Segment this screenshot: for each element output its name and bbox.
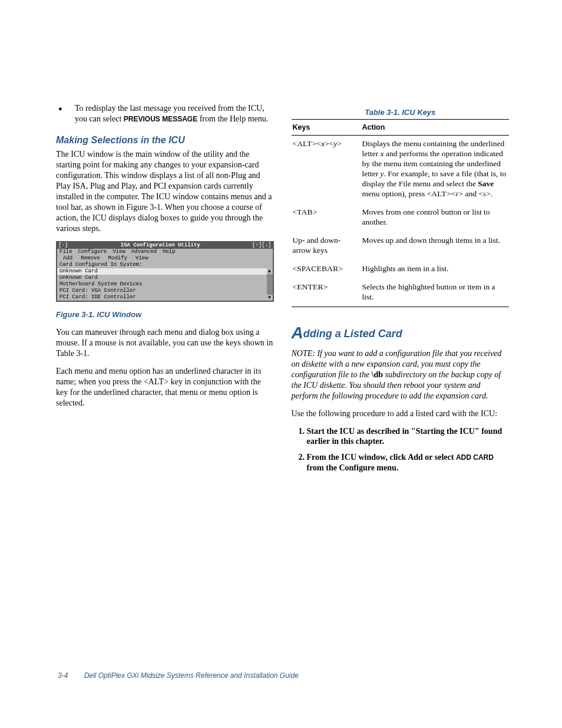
icu-menubar: FileConfigureViewAdvancedHelp <box>57 249 273 255</box>
icu-window-mock: [-] ISA Configuration Utility [↑][↓] Fil… <box>56 241 274 302</box>
cell-action: Displays the menu containing the underli… <box>361 136 510 205</box>
step2-bold: ADD CARD <box>456 453 494 462</box>
icu-list-label: Card Configured In System: <box>57 262 273 268</box>
table-row: <TAB>Moves from one control button or li… <box>292 204 510 232</box>
table-row: <ENTER>Selects the highlighted button or… <box>292 279 510 307</box>
note-bold: \db <box>372 370 383 379</box>
right-column: Table 3-1. ICU Keys Keys Action <ALT><x>… <box>292 103 510 479</box>
scroll-down-icon: ▼ <box>267 295 273 301</box>
cell-keys: <ALT><x><y> <box>292 136 361 205</box>
bullet-text: To redisplay the last message you receiv… <box>75 103 274 124</box>
icu-title-center: ISA Configuration Utility <box>73 242 248 249</box>
icu-list-row: Unknown Card <box>57 268 267 275</box>
footer-title: Dell OptiPlex GXi Midsize Systems Refere… <box>84 671 299 680</box>
bullet-post: from the Help menu. <box>197 114 268 123</box>
section-adding-listed-card: Adding a Listed Card <box>292 324 510 342</box>
bullet-bold: PREVIOUS MESSAGE <box>124 115 197 123</box>
table-row: <ALT><x><y>Displays the menu containing … <box>292 136 510 205</box>
table-row: <SPACEBAR>Highlights an item in a list. <box>292 261 510 279</box>
icu-tool-item: Modify <box>108 255 127 261</box>
figure-icu-window: [-] ISA Configuration Utility [↑][↓] Fil… <box>56 241 274 302</box>
cell-keys: <ENTER> <box>292 279 361 307</box>
figure-caption: Figure 3-1. ICU Window <box>56 310 274 319</box>
th-keys: Keys <box>292 120 361 136</box>
icu-menu-item: View <box>113 249 125 255</box>
icu-list-row: Motherboard System Devices <box>57 281 267 288</box>
th-action: Action <box>361 120 510 136</box>
icu-tool-item: Add <box>63 255 72 261</box>
left-column: ● To redisplay the last message you rece… <box>56 103 274 479</box>
step2-pre: From the ICU window, click Add or select <box>307 453 456 462</box>
cell-keys: <TAB> <box>292 204 361 232</box>
icu-toolbar: AddRemoveModifyView <box>57 255 273 262</box>
bullet-item: ● To redisplay the last message you rece… <box>56 103 274 124</box>
step-1: Start the ICU as described in "Starting … <box>307 426 510 446</box>
step-2: From the ICU window, click Add or select… <box>307 452 510 473</box>
cell-action: Moves up and down through items in a lis… <box>361 232 510 261</box>
para-icu-window: The ICU window is the main window of the… <box>56 149 274 234</box>
icu-menu-item: File <box>59 249 72 255</box>
scroll-up-icon: ▲ <box>267 268 273 274</box>
icu-tool-item: View <box>135 255 148 261</box>
page-number: 3-4 <box>58 671 68 680</box>
icu-list-wrap: Unknown Card Unknown Card Motherboard Sy… <box>57 268 273 301</box>
cell-keys: <SPACEBAR> <box>292 261 361 279</box>
icu-titlebar: [-] ISA Configuration Utility [↑][↓] <box>57 242 273 249</box>
table-row: Up- and down-arrow keysMoves up and down… <box>292 232 510 261</box>
icu-list-row: PCI Card: IDE Controller <box>57 294 267 301</box>
note-config-file: NOTE: If you want to add a configuration… <box>292 348 510 401</box>
icu-menu-item: Help <box>163 249 176 255</box>
para3-key: ALT <box>148 377 164 386</box>
page-footer: 3-4 Dell OptiPlex GXi Midsize Systems Re… <box>58 671 299 680</box>
icu-title-left: [-] <box>57 242 73 249</box>
cell-action: Highlights an item in a list. <box>361 261 510 279</box>
section-dropcap: A <box>292 324 303 342</box>
cell-action: Moves from one control button or list to… <box>361 204 510 232</box>
icu-list-row: Unknown Card <box>57 275 267 281</box>
bullet-marker: ● <box>56 103 75 124</box>
icu-menu-item: Advanced <box>131 249 157 255</box>
icu-scrollbar: ▲ ▼ <box>267 268 273 301</box>
cell-action: Selects the highlighted button or item i… <box>361 279 510 307</box>
para-procedure: Use the following procedure to add a lis… <box>292 409 510 419</box>
para-maneuver: You can maneuver through each menu and d… <box>56 327 274 359</box>
icu-title-right: [↑][↓] <box>248 242 273 249</box>
icu-tool-item: Remove <box>81 255 100 261</box>
cell-keys: Up- and down-arrow keys <box>292 232 361 261</box>
icu-list: Unknown Card Unknown Card Motherboard Sy… <box>57 268 267 301</box>
section-rest: dding a Listed Card <box>303 328 402 340</box>
icu-list-row: PCI Card: VGA Controller <box>57 288 267 294</box>
subhead-making-selections: Making Selections in the ICU <box>56 135 274 146</box>
para-alt-key: Each menu and menu option has an underli… <box>56 366 274 409</box>
icu-menu-item: Configure <box>78 249 107 255</box>
steps-list: Start the ICU as described in "Starting … <box>292 426 510 473</box>
step2-post: from the Configure menu. <box>307 463 399 472</box>
table-caption: Table 3-1. ICU Keys <box>292 108 510 117</box>
icu-keys-table: Keys Action <ALT><x><y>Displays the menu… <box>292 119 510 307</box>
